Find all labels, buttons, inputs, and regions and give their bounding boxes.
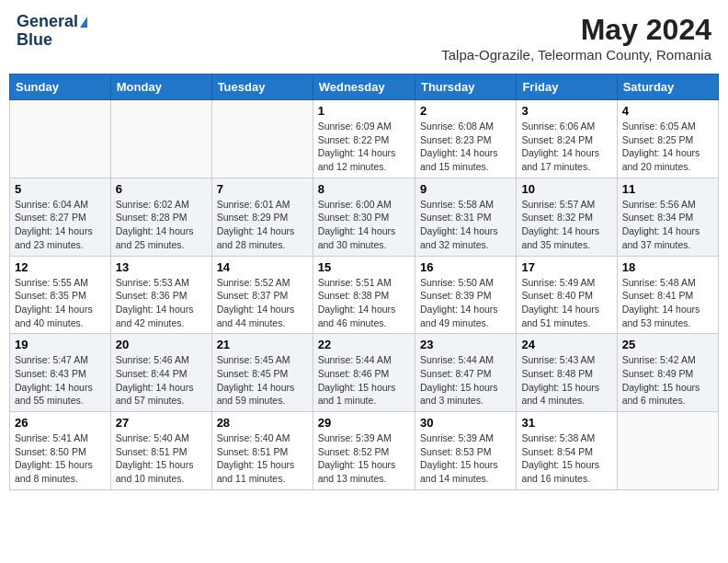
day-info: Sunrise: 5:57 AM Sunset: 8:32 PM Dayligh… <box>521 198 611 252</box>
weekday-header-friday: Friday <box>517 75 617 100</box>
logo-text-general: General <box>17 13 78 31</box>
calendar-cell: 28Sunrise: 5:40 AM Sunset: 8:51 PM Dayli… <box>211 412 313 490</box>
page-header: General Blue May 2024 Talpa-Ograzile, Te… <box>9 9 719 66</box>
calendar-cell: 25Sunrise: 5:42 AM Sunset: 8:49 PM Dayli… <box>617 334 718 412</box>
logo-arrow-icon <box>80 17 87 28</box>
day-number: 11 <box>622 182 713 196</box>
calendar-week-5: 26Sunrise: 5:41 AM Sunset: 8:50 PM Dayli… <box>10 412 719 490</box>
calendar-cell: 8Sunrise: 6:00 AM Sunset: 8:30 PM Daylig… <box>313 178 415 256</box>
day-info: Sunrise: 6:04 AM Sunset: 8:27 PM Dayligh… <box>15 198 106 252</box>
day-info: Sunrise: 5:40 AM Sunset: 8:51 PM Dayligh… <box>217 431 308 486</box>
weekday-header-thursday: Thursday <box>415 75 516 100</box>
calendar-cell: 4Sunrise: 6:05 AM Sunset: 8:25 PM Daylig… <box>617 100 718 178</box>
calendar-cell: 27Sunrise: 5:40 AM Sunset: 8:51 PM Dayli… <box>110 412 211 490</box>
calendar-week-3: 12Sunrise: 5:55 AM Sunset: 8:35 PM Dayli… <box>10 256 719 334</box>
weekday-header-row: SundayMondayTuesdayWednesdayThursdayFrid… <box>10 75 719 100</box>
day-info: Sunrise: 6:00 AM Sunset: 8:30 PM Dayligh… <box>318 198 410 252</box>
calendar-cell: 3Sunrise: 6:06 AM Sunset: 8:24 PM Daylig… <box>517 100 617 178</box>
calendar-cell: 29Sunrise: 5:39 AM Sunset: 8:52 PM Dayli… <box>313 412 415 490</box>
calendar-cell: 5Sunrise: 6:04 AM Sunset: 8:27 PM Daylig… <box>10 178 111 256</box>
weekday-header-monday: Monday <box>110 75 211 100</box>
day-number: 22 <box>318 338 410 351</box>
day-info: Sunrise: 5:40 AM Sunset: 8:51 PM Dayligh… <box>116 431 207 486</box>
month-year-title: May 2024 <box>441 13 711 47</box>
calendar-cell: 9Sunrise: 5:58 AM Sunset: 8:31 PM Daylig… <box>415 178 516 256</box>
calendar-cell: 21Sunrise: 5:45 AM Sunset: 8:45 PM Dayli… <box>211 334 313 412</box>
calendar-cell: 1Sunrise: 6:09 AM Sunset: 8:22 PM Daylig… <box>313 100 415 178</box>
calendar-cell <box>211 100 313 178</box>
day-number: 13 <box>116 260 207 274</box>
day-info: Sunrise: 5:45 AM Sunset: 8:45 PM Dayligh… <box>217 353 308 408</box>
day-number: 31 <box>521 416 611 430</box>
calendar-cell: 6Sunrise: 6:02 AM Sunset: 8:28 PM Daylig… <box>110 178 211 256</box>
day-info: Sunrise: 5:50 AM Sunset: 8:39 PM Dayligh… <box>420 276 511 330</box>
day-number: 12 <box>15 260 106 274</box>
calendar-cell: 17Sunrise: 5:49 AM Sunset: 8:40 PM Dayli… <box>517 256 617 334</box>
day-number: 4 <box>622 104 713 118</box>
day-info: Sunrise: 5:44 AM Sunset: 8:46 PM Dayligh… <box>318 353 410 408</box>
day-info: Sunrise: 5:49 AM Sunset: 8:40 PM Dayligh… <box>521 276 611 330</box>
day-number: 15 <box>318 260 410 274</box>
calendar-body: 1Sunrise: 6:09 AM Sunset: 8:22 PM Daylig… <box>10 100 719 490</box>
day-number: 16 <box>420 260 511 274</box>
calendar-cell: 31Sunrise: 5:38 AM Sunset: 8:54 PM Dayli… <box>517 412 617 490</box>
calendar-cell: 7Sunrise: 6:01 AM Sunset: 8:29 PM Daylig… <box>211 178 313 256</box>
day-number: 19 <box>15 338 106 351</box>
day-info: Sunrise: 6:08 AM Sunset: 8:23 PM Dayligh… <box>420 120 511 174</box>
day-number: 25 <box>622 338 713 351</box>
day-info: Sunrise: 5:55 AM Sunset: 8:35 PM Dayligh… <box>15 276 106 330</box>
calendar-cell: 22Sunrise: 5:44 AM Sunset: 8:46 PM Dayli… <box>313 334 415 412</box>
calendar-cell: 19Sunrise: 5:47 AM Sunset: 8:43 PM Dayli… <box>10 334 111 412</box>
calendar-cell: 18Sunrise: 5:48 AM Sunset: 8:41 PM Dayli… <box>617 256 718 334</box>
calendar-cell: 10Sunrise: 5:57 AM Sunset: 8:32 PM Dayli… <box>517 178 617 256</box>
day-number: 2 <box>420 104 511 118</box>
calendar-cell: 20Sunrise: 5:46 AM Sunset: 8:44 PM Dayli… <box>110 334 211 412</box>
calendar-cell: 11Sunrise: 5:56 AM Sunset: 8:34 PM Dayli… <box>617 178 718 256</box>
day-info: Sunrise: 5:53 AM Sunset: 8:36 PM Dayligh… <box>116 276 207 330</box>
day-info: Sunrise: 6:02 AM Sunset: 8:28 PM Dayligh… <box>116 198 207 252</box>
day-number: 5 <box>15 182 106 196</box>
day-number: 8 <box>318 182 410 196</box>
day-number: 27 <box>116 416 207 430</box>
weekday-header-tuesday: Tuesday <box>211 75 313 100</box>
title-block: May 2024 Talpa-Ograzile, Teleorman Count… <box>441 13 711 63</box>
calendar-cell: 12Sunrise: 5:55 AM Sunset: 8:35 PM Dayli… <box>10 256 111 334</box>
calendar-cell <box>110 100 211 178</box>
logo-text-blue: Blue <box>17 31 52 50</box>
day-info: Sunrise: 5:56 AM Sunset: 8:34 PM Dayligh… <box>622 198 713 252</box>
day-info: Sunrise: 5:46 AM Sunset: 8:44 PM Dayligh… <box>116 353 207 408</box>
day-info: Sunrise: 5:52 AM Sunset: 8:37 PM Dayligh… <box>217 276 308 330</box>
day-number: 10 <box>521 182 611 196</box>
day-info: Sunrise: 5:42 AM Sunset: 8:49 PM Dayligh… <box>622 353 713 408</box>
day-number: 3 <box>521 104 611 118</box>
calendar-cell: 30Sunrise: 5:39 AM Sunset: 8:53 PM Dayli… <box>415 412 516 490</box>
weekday-header-saturday: Saturday <box>617 75 718 100</box>
day-number: 23 <box>420 338 511 351</box>
day-number: 26 <box>15 416 106 430</box>
day-info: Sunrise: 6:01 AM Sunset: 8:29 PM Dayligh… <box>217 198 308 252</box>
day-info: Sunrise: 5:39 AM Sunset: 8:53 PM Dayligh… <box>420 431 511 486</box>
logo: General Blue <box>17 13 87 50</box>
day-number: 18 <box>622 260 713 274</box>
day-number: 20 <box>116 338 207 351</box>
day-info: Sunrise: 6:06 AM Sunset: 8:24 PM Dayligh… <box>521 120 611 174</box>
weekday-header-wednesday: Wednesday <box>313 75 415 100</box>
day-number: 7 <box>217 182 308 196</box>
calendar-cell <box>617 412 718 490</box>
calendar-cell: 24Sunrise: 5:43 AM Sunset: 8:48 PM Dayli… <box>517 334 617 412</box>
day-number: 14 <box>217 260 308 274</box>
day-number: 28 <box>217 416 308 430</box>
day-info: Sunrise: 5:43 AM Sunset: 8:48 PM Dayligh… <box>521 353 611 408</box>
day-number: 17 <box>521 260 611 274</box>
day-number: 1 <box>318 104 410 118</box>
location-subtitle: Talpa-Ograzile, Teleorman County, Romani… <box>441 47 711 63</box>
day-number: 21 <box>217 338 308 351</box>
calendar-cell <box>10 100 111 178</box>
day-info: Sunrise: 6:09 AM Sunset: 8:22 PM Dayligh… <box>318 120 410 174</box>
day-number: 24 <box>521 338 611 351</box>
calendar-table: SundayMondayTuesdayWednesdayThursdayFrid… <box>9 74 719 490</box>
day-info: Sunrise: 6:05 AM Sunset: 8:25 PM Dayligh… <box>622 120 713 174</box>
day-info: Sunrise: 5:47 AM Sunset: 8:43 PM Dayligh… <box>15 353 106 408</box>
calendar-week-1: 1Sunrise: 6:09 AM Sunset: 8:22 PM Daylig… <box>10 100 719 178</box>
weekday-header-sunday: Sunday <box>10 75 111 100</box>
